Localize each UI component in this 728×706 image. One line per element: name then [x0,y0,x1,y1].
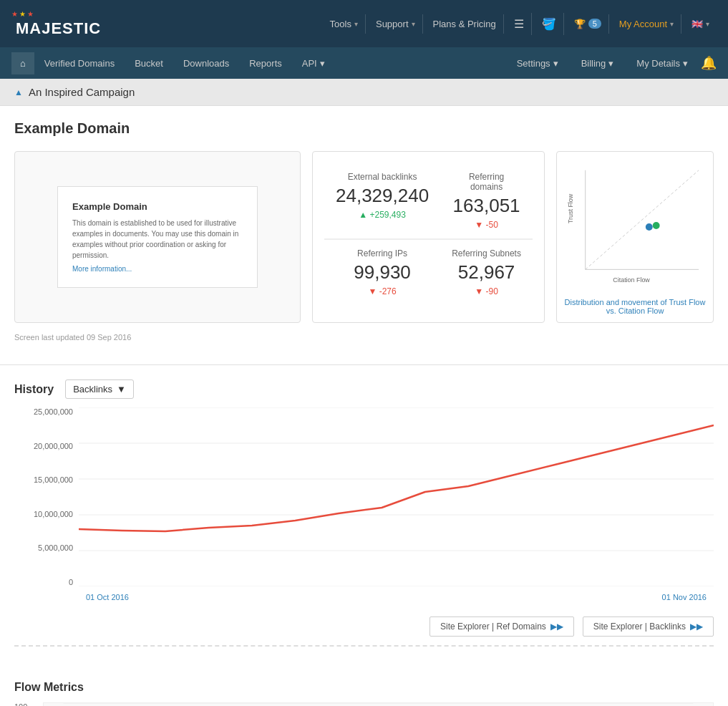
svg-text:Trust Flow: Trust Flow [567,193,574,223]
x-label-start: 01 Oct 2016 [86,593,129,601]
domain-title: Example Domain [14,120,714,137]
chevron-down-icon: ▾ [354,20,358,28]
main-content: Example Domain Example Domain This domai… [0,106,728,364]
arrow-down-icon: ▼ [475,286,483,296]
x-axis-labels: 01 Oct 2016 01 Nov 2016 [79,586,714,608]
bucket-icon-button[interactable]: 🪣 [535,13,564,35]
home-icon: ⌂ [20,58,26,69]
referring-domains-stat: Referring domains 163,051 ▼ -50 [440,163,533,239]
my-details-menu[interactable]: My Details ▾ [626,52,698,74]
scatter-chart-link[interactable]: Distribution and movement of Trust Flow … [564,298,706,315]
backlinks-dropdown[interactable]: Backlinks ▼ [65,379,134,399]
preview-inner: Example Domain This domain is establishe… [57,186,258,288]
y-label-1: 25,000,000 [34,407,73,416]
chevron-down-icon: ▾ [412,20,415,28]
arrow-down-icon: ▼ [475,220,483,230]
secondary-navigation: ⌂ Verified Domains Bucket Downloads Repo… [0,47,728,79]
svg-text:Citation Flow: Citation Flow [613,276,650,284]
arrow-right-icon: ▶▶ [690,622,703,632]
sec-nav-right: Settings ▾ Billing ▾ My Details ▾ 🔔 [507,52,717,74]
campaign-name: An Inspired Campaign [29,86,135,98]
trophy-badge: 5 [588,19,601,29]
plans-pricing-link[interactable]: Plans & Pricing [426,14,504,34]
history-header: History Backlinks ▼ [14,379,714,399]
stats-card: External backlinks 24,329,240 ▲ +259,493… [312,151,545,323]
chevron-down-icon: ▾ [553,58,558,69]
external-backlinks-stat: External backlinks 24,329,240 ▲ +259,493 [324,163,440,239]
referring-ips-label: Referring IPs [336,248,429,258]
site-explorer-ref-domains-button[interactable]: Site Explorer | Ref Domains ▶▶ [429,616,574,637]
chevron-down-icon: ▾ [670,20,674,28]
referring-domains-label: Referring domains [452,172,521,192]
notifications-bell[interactable]: 🔔 [701,55,717,71]
chevron-down-icon: ▾ [683,58,688,69]
top-nav-items: Tools ▾ Support ▾ Plans & Pricing ☰ 🪣 🏆 … [323,13,717,35]
svg-point-4 [653,222,660,229]
support-menu[interactable]: Support ▾ [369,14,423,34]
arrow-down-icon: ▼ [368,286,377,296]
external-backlinks-change: ▲ +259,493 [336,210,429,220]
cards-row: Example Domain This domain is establishe… [14,151,714,323]
reports-link[interactable]: Reports [239,52,292,74]
external-backlinks-value: 24,329,240 [336,185,429,207]
y-label-6: 0 [69,578,73,586]
y-axis-labels: 25,000,000 20,000,000 15,000,000 10,000,… [14,407,79,586]
my-account-menu[interactable]: My Account ▾ [612,14,681,34]
action-buttons: Site Explorer | Ref Domains ▶▶ Site Expl… [14,616,714,637]
list-icon-button[interactable]: ☰ [507,13,532,35]
star-2: ★ [19,10,26,18]
screen-updated-text: Screen last updated 09 Sep 2016 [14,330,714,350]
billing-menu[interactable]: Billing ▾ [571,52,624,74]
preview-text: This domain is established to be used fo… [72,218,243,261]
chevron-down-icon: ▾ [608,58,613,69]
preview-title: Example Domain [72,201,243,212]
chevron-down-icon: ▾ [706,20,709,28]
home-button[interactable]: ⌂ [11,52,34,74]
svg-point-3 [646,223,653,231]
api-menu[interactable]: API ▾ [292,52,335,74]
domain-preview-card: Example Domain This domain is establishe… [14,151,301,323]
flow-chart-area [43,702,714,706]
referring-subnets-label: Referring Subnets [452,248,521,258]
campaign-bar: ▲ An Inspired Campaign [0,79,728,106]
sec-nav-left: ⌂ Verified Domains Bucket Downloads Repo… [11,52,507,74]
flow-y-label: 100 [14,702,27,706]
preview-more-link[interactable]: More information... [72,265,243,273]
site-explorer-backlinks-button[interactable]: Site Explorer | Backlinks ▶▶ [583,616,714,637]
bucket-link[interactable]: Bucket [125,52,173,74]
scatter-chart: Trust Flow Citation Flow [564,159,706,294]
y-label-2: 20,000,000 [34,442,73,450]
referring-subnets-stat: Referring Subnets 52,967 ▼ -90 [440,239,533,305]
star-1: ★ [11,10,18,18]
campaign-arrow-icon: ▲ [14,87,23,97]
tools-menu[interactable]: Tools ▾ [323,14,366,34]
referring-domains-change: ▼ -50 [452,220,521,230]
external-backlinks-label: External backlinks [336,172,429,182]
arrow-up-icon: ▲ [359,210,367,220]
chart-area [79,407,714,586]
flow-metrics-title: Flow Metrics [14,681,714,694]
y-label-4: 10,000,000 [34,510,73,518]
trophy-button[interactable]: 🏆 5 [567,14,609,34]
referring-ips-change: ▼ -276 [336,286,429,296]
referring-subnets-value: 52,967 [452,261,521,284]
logo[interactable]: ★ ★ ★ MAJESTIC [11,10,101,38]
scatter-chart-card: Trust Flow Citation Flow Distribution an… [556,151,714,323]
x-label-end: 01 Nov 2016 [662,593,707,601]
chevron-down-icon: ▾ [320,58,325,69]
referring-domains-value: 163,051 [452,195,521,217]
history-chart: 25,000,000 20,000,000 15,000,000 10,000,… [14,407,714,608]
y-label-5: 5,000,000 [38,543,73,552]
arrow-right-icon: ▶▶ [550,622,563,632]
referring-ips-value: 99,930 [336,261,429,284]
star-3: ★ [27,10,34,18]
settings-menu[interactable]: Settings ▾ [507,52,568,74]
referring-subnets-change: ▼ -90 [452,286,521,296]
downloads-link[interactable]: Downloads [173,52,239,74]
stats-grid: External backlinks 24,329,240 ▲ +259,493… [324,163,533,305]
language-selector[interactable]: 🇬🇧 ▾ [684,14,717,34]
section-divider [14,645,714,647]
history-title: History [14,383,54,396]
history-section: History Backlinks ▼ 25,000,000 20,000,00… [0,364,728,667]
verified-domains-link[interactable]: Verified Domains [34,52,125,74]
